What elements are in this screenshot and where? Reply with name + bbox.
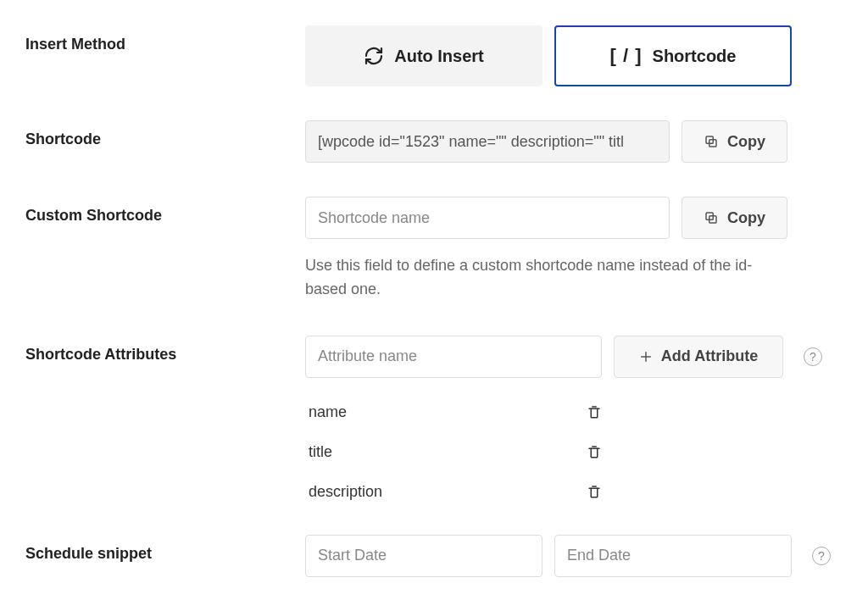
add-attribute-button[interactable]: Add Attribute [614, 336, 783, 378]
insert-method-toggle-group: Auto Insert [ / ] Shortcode [305, 25, 843, 86]
copy-shortcode-button[interactable]: Copy [682, 120, 787, 163]
trash-icon [587, 444, 602, 459]
custom-shortcode-input[interactable] [305, 197, 670, 239]
shortcode-brackets-icon: [ / ] [610, 45, 643, 67]
attribute-name-input[interactable] [305, 336, 602, 378]
trash-icon [587, 404, 602, 419]
delete-attribute-button[interactable] [587, 484, 602, 499]
auto-insert-label: Auto Insert [394, 47, 484, 66]
shortcode-method-button[interactable]: [ / ] Shortcode [554, 25, 792, 86]
attribute-item: name [305, 403, 602, 421]
auto-insert-button[interactable]: Auto Insert [305, 25, 542, 86]
copy-icon [704, 134, 719, 149]
trash-icon [587, 484, 602, 499]
shortcode-attributes-label: Shortcode Attributes [25, 336, 305, 364]
custom-shortcode-help: Use this field to define a custom shortc… [305, 254, 780, 302]
custom-shortcode-label: Custom Shortcode [25, 197, 305, 225]
add-attribute-label: Add Attribute [661, 347, 758, 365]
attribute-item: title [305, 443, 602, 461]
copy-custom-shortcode-button[interactable]: Copy [682, 197, 787, 239]
attributes-help-icon[interactable]: ? [804, 347, 822, 366]
attribute-item-name: description [305, 483, 587, 501]
copy-icon [704, 210, 719, 225]
plus-icon [639, 350, 653, 364]
attribute-item-name: name [305, 403, 587, 421]
end-date-input[interactable] [554, 535, 792, 577]
copy-shortcode-label: Copy [727, 133, 765, 151]
refresh-icon [364, 46, 384, 66]
shortcode-method-label: Shortcode [653, 47, 737, 66]
shortcode-label: Shortcode [25, 120, 305, 148]
attribute-list: nametitledescription [305, 403, 843, 501]
copy-custom-shortcode-label: Copy [727, 209, 765, 227]
schedule-snippet-label: Schedule snippet [25, 535, 305, 563]
delete-attribute-button[interactable] [587, 444, 602, 459]
shortcode-value-input[interactable] [305, 120, 670, 163]
insert-method-label: Insert Method [25, 25, 305, 53]
attribute-item: description [305, 483, 602, 501]
start-date-input[interactable] [305, 535, 542, 577]
attribute-item-name: title [305, 443, 587, 461]
schedule-help-icon[interactable]: ? [812, 547, 831, 565]
delete-attribute-button[interactable] [587, 404, 602, 419]
